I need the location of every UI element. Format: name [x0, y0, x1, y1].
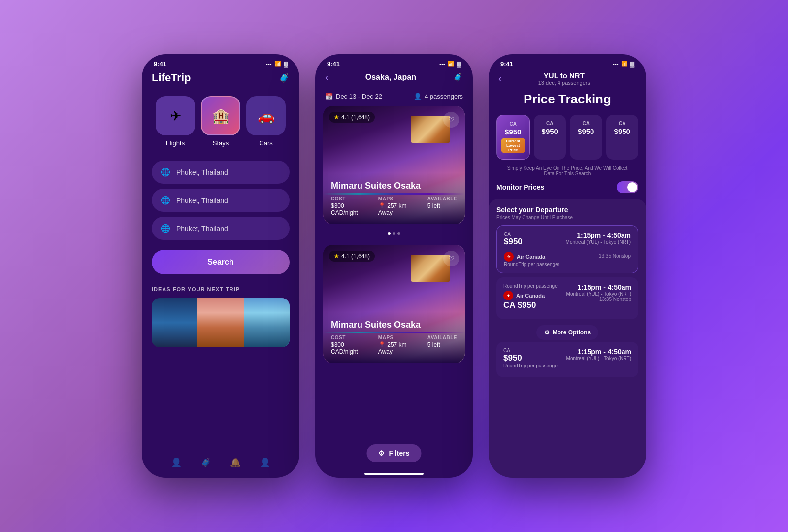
price-amount-3: $950: [614, 127, 630, 135]
route-info: YUL to NRT 13 dec, 4 passengers: [538, 71, 590, 86]
hotel-card-2[interactable]: ★ 4.1 (1,648) ♡ Mimaru Suites Osaka COST…: [323, 245, 465, 363]
flight-price-0: CA $950: [504, 232, 523, 247]
flight-price-main-1: CA $950: [503, 300, 559, 310]
phone-3: 9:41 ▪▪▪ 📶 ▓ ‹ YUL to NRT 13 dec, 4 pass…: [489, 54, 646, 478]
flight-nonstop-0: 13:35 Nonstop: [599, 253, 631, 259]
flight-airline-row-1: ✈ Air Canada: [503, 291, 559, 300]
flight-price-1: RoundTrip per passenger ✈ Air Canada CA …: [503, 283, 559, 310]
stays-icon-box[interactable]: 🏨: [201, 96, 240, 135]
nav-bell[interactable]: 🔔: [230, 457, 241, 468]
wishlist-btn-1[interactable]: ♡: [443, 112, 459, 128]
flight-price-main-0: $950: [504, 237, 523, 247]
dot-1-3: [397, 232, 400, 235]
ideas-img-sky: [244, 298, 290, 347]
battery-icon-3: ▓: [630, 61, 634, 67]
dot-1-1: [388, 232, 391, 235]
flights-icon-box[interactable]: ✈: [156, 96, 195, 135]
price-card-3[interactable]: CA $950: [606, 115, 639, 160]
cars-label: Cars: [259, 139, 272, 147]
avail-label-2: AVAILABLE: [427, 335, 457, 340]
scroll-indicator-2: [364, 473, 424, 475]
avail-value: 5 left: [427, 202, 457, 209]
wifi-icon-3: 📶: [621, 61, 628, 67]
sliders-icon: ⚙: [544, 329, 550, 336]
category-stays[interactable]: 🏨 Stays: [201, 96, 240, 147]
flight-card-1[interactable]: RoundTrip per passenger ✈ Air Canada CA …: [496, 277, 638, 319]
maps-value: 📍 257 km Away: [378, 202, 416, 216]
battery-icon-2: ▓: [457, 61, 461, 67]
flight-time-section-2: 1:15pm - 4:50am Montreal (YUL) - Tokyo (…: [566, 348, 631, 361]
airline-name-1: Air Canada: [516, 293, 545, 299]
flights-icon: ✈: [170, 108, 181, 124]
flights-label: Flights: [166, 139, 185, 147]
back-button-2[interactable]: ‹: [325, 71, 328, 83]
status-bar-1: 9:41 ▪▪▪ 📶 ▓: [142, 54, 299, 71]
status-icons-2: ▪▪▪ 📶 ▓: [439, 61, 461, 67]
departure-subtitle: Prices May Change Until Purchase: [496, 215, 638, 220]
ideas-image: [152, 298, 290, 347]
phone1-header: LifeTrip 🧳: [152, 71, 290, 84]
hotel-overlay-2: Mimaru Suites Osaka COST $300 CAD/night …: [323, 312, 465, 363]
hotel-avail-group-2: AVAILABLE 5 left: [427, 335, 457, 355]
hotel-cards-container: ★ 4.1 (1,648) ♡ Mimaru Suites Osaka COST…: [315, 106, 473, 470]
flight-top-row-0: CA $950 1:15pm - 4:50am Montreal (YUL) -…: [504, 232, 631, 247]
trip-info-bar: 📅 Dec 13 - Dec 22 👤 4 passengers: [315, 89, 473, 106]
more-options-btn[interactable]: ⚙ More Options: [536, 325, 598, 340]
bag-icon[interactable]: 🧳: [279, 72, 290, 83]
search-button[interactable]: Search: [152, 250, 290, 274]
search-field-3[interactable]: 🌐 Phuket, Thailand: [152, 217, 290, 240]
price-card-0[interactable]: CA $950 Current Lowest Price: [496, 115, 530, 160]
rating-text-1: 4.1 (1,648): [341, 114, 370, 121]
calendar-icon: 📅: [325, 93, 333, 100]
phone3-header: ‹ YUL to NRT 13 dec, 4 passengers: [489, 71, 646, 88]
price-amount-0: $950: [505, 128, 521, 136]
nav-bag[interactable]: 🧳: [200, 457, 211, 468]
nav-profile[interactable]: 👤: [171, 457, 182, 468]
rating-text-2: 4.1 (1,648): [341, 253, 370, 260]
maps-label-2: MAPS: [378, 335, 416, 340]
monitor-toggle[interactable]: [617, 181, 638, 193]
price-card-1[interactable]: CA $950: [534, 115, 566, 160]
flight-price-2: CA $950 RoundTrip per passenger: [503, 348, 559, 368]
flight-card-0[interactable]: CA $950 1:15pm - 4:50am Montreal (YUL) -…: [496, 225, 638, 273]
filters-label: Filters: [389, 449, 409, 457]
ideas-section: IDEAS FOR YOUR NEXT TRIP: [152, 286, 290, 451]
price-card-2[interactable]: CA $950: [570, 115, 602, 160]
search-field-1[interactable]: 🌐 Phuket, Thailand: [152, 161, 290, 184]
flight-route-2: Montreal (YUL) - Tokyo (NRT): [566, 356, 631, 361]
flight-time-2: 1:15pm - 4:50am: [566, 348, 631, 356]
departure-title: Select your Departure: [496, 206, 638, 214]
search-fields: 🌐 Phuket, Thailand 🌐 Phuket, Thailand 🌐 …: [152, 161, 290, 240]
search-field-2[interactable]: 🌐 Phuket, Thailand: [152, 189, 290, 212]
wifi-icon-1: 📶: [274, 61, 281, 67]
price-badge-0: Current Lowest Price: [501, 138, 525, 153]
stays-icon: 🏨: [212, 108, 230, 124]
nav-user2[interactable]: 👤: [260, 457, 270, 468]
trip-dates: 📅 Dec 13 - Dec 22: [325, 93, 382, 100]
category-flights[interactable]: ✈ Flights: [156, 96, 195, 147]
flight-nonstop-1: 13:35 Nonstop: [566, 297, 631, 302]
cars-icon-box[interactable]: 🚗: [246, 96, 286, 135]
price-currency-2: CA: [583, 121, 590, 126]
wifi-icon-2: 📶: [448, 61, 455, 67]
wishlist-btn-2[interactable]: ♡: [443, 251, 459, 266]
flight-roundtrip-2: RoundTrip per passenger: [503, 363, 559, 368]
city-title: Osaka, Japan: [365, 73, 416, 82]
flight-card-2[interactable]: CA $950 RoundTrip per passenger 1:15pm -…: [496, 342, 638, 377]
search-field-2-text: Phuket, Thailand: [176, 197, 228, 204]
globe-icon-2: 🌐: [161, 196, 170, 205]
search-field-3-text: Phuket, Thailand: [176, 225, 228, 233]
app-title: LifeTrip: [152, 71, 191, 84]
bottom-nav: 👤 🧳 🔔 👤: [152, 451, 290, 478]
flight-time-section-0: 1:15pm - 4:50am Montreal (YUL) - Tokyo (…: [566, 232, 631, 245]
status-icons-1: ▪▪▪ 📶 ▓: [266, 61, 288, 67]
monitor-label: Monitor Prices: [496, 183, 544, 191]
price-tracking-title: Price Tracking: [496, 92, 638, 107]
route-subtitle: 13 dec, 4 passengers: [538, 80, 590, 86]
filters-button[interactable]: ⚙ Filters: [366, 444, 421, 462]
back-button-3[interactable]: ‹: [498, 73, 502, 84]
price-currency-0: CA: [510, 121, 517, 127]
price-tracking-section: Price Tracking CA $950 Current Lowest Pr…: [489, 88, 646, 199]
hotel-card-1[interactable]: ★ 4.1 (1,648) ♡ Mimaru Suites Osaka COST…: [323, 106, 465, 224]
category-cars[interactable]: 🚗 Cars: [246, 96, 286, 147]
